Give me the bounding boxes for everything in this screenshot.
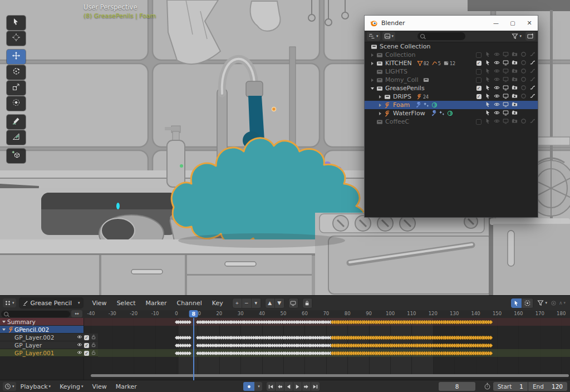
hide-channel-icon[interactable] [77, 334, 82, 341]
disable-render-icon[interactable] [512, 51, 518, 59]
hide-viewport-icon[interactable] [494, 60, 500, 67]
right-cabinet[interactable] [489, 214, 570, 295]
jump-to-start-button[interactable] [267, 382, 275, 391]
frame-start-field[interactable]: Start1 [493, 382, 528, 391]
filter-id-type-dropdown[interactable]: ▾ [382, 32, 396, 41]
keyframe-options-dropdown[interactable]: ▾ [252, 298, 261, 308]
disable-render-icon[interactable] [512, 60, 518, 67]
exclude-checkbox[interactable] [476, 77, 481, 83]
disable-viewport-icon[interactable] [503, 85, 509, 92]
dope-sheet-body[interactable]: SummaryGPencil.002GP_Layer.002✓GP_Layer✓… [0, 318, 570, 380]
outliner-row-drips[interactable]: DRIPS24✓ [365, 92, 538, 101]
indirect-only-icon[interactable] [529, 85, 535, 92]
disable-render-icon[interactable] [512, 93, 518, 101]
disable-render-icon[interactable] [512, 85, 518, 92]
keying-set-dropdown[interactable]: ▾ [254, 382, 262, 391]
next-keyframe-button[interactable] [302, 382, 311, 391]
only-selected-toggle[interactable] [511, 298, 522, 308]
dopesheet-filter-dropdown[interactable]: ▾ [535, 298, 549, 307]
selectable-icon[interactable] [485, 76, 491, 84]
timeline-editor-dropdown[interactable]: ▾ [3, 382, 16, 391]
window-titlebar[interactable]: Blender — ▢ ✕ [365, 16, 538, 31]
expand-icon[interactable] [369, 62, 376, 65]
disable-render-icon[interactable] [512, 110, 518, 117]
selectable-icon[interactable] [485, 51, 491, 59]
play-button[interactable] [293, 382, 302, 391]
channel-summary[interactable]: Summary [0, 318, 83, 326]
holdout-icon[interactable] [520, 118, 527, 126]
disable-viewport-icon[interactable] [503, 51, 509, 59]
menu-select[interactable]: Select [112, 300, 141, 307]
collapse-icon[interactable] [369, 87, 376, 90]
lock-channel-icon[interactable] [91, 350, 96, 356]
outliner-row-kitchen[interactable]: KITCHEN82512✓ [365, 59, 538, 67]
disable-viewport-icon[interactable] [503, 60, 509, 67]
selectable-icon[interactable] [485, 118, 491, 126]
scale-tool-button[interactable] [7, 81, 26, 95]
indirect-only-icon[interactable] [529, 51, 535, 59]
hide-viewport-icon[interactable] [494, 118, 500, 126]
stove[interactable] [315, 213, 493, 295]
holdout-icon[interactable] [520, 93, 527, 101]
outliner-search-input[interactable] [417, 32, 465, 40]
channel-gpencil-002[interactable]: GPencil.002 [0, 326, 83, 334]
disable-render-icon[interactable] [512, 76, 518, 84]
lock-channel-icon[interactable] [91, 334, 96, 341]
current-frame-field[interactable]: 8 [439, 382, 475, 391]
playhead-frame-label[interactable]: 8 [189, 310, 198, 317]
disable-viewport-icon[interactable] [503, 68, 509, 76]
selectable-icon[interactable] [485, 85, 491, 92]
holdout-icon[interactable] [520, 68, 527, 76]
hide-channel-icon[interactable] [77, 342, 82, 349]
indirect-only-icon[interactable] [529, 118, 535, 126]
close-button[interactable]: ✕ [521, 16, 538, 31]
filter-dropdown[interactable]: ▾ [510, 32, 523, 41]
indirect-only-icon[interactable] [529, 68, 535, 76]
timeline-ruler[interactable]: ↔ 8 -40-30-20-10010203040506070809010011… [0, 310, 570, 318]
menu-channel[interactable]: Channel [172, 300, 207, 307]
channel-enable-checkbox[interactable]: ✓ [84, 351, 89, 356]
hide-viewport-icon[interactable] [494, 93, 500, 101]
channel-gp-layer-002[interactable]: GP_Layer.002✓ [0, 334, 98, 341]
hide-viewport-icon[interactable] [494, 110, 500, 117]
exclude-checkbox[interactable] [476, 69, 481, 75]
outliner-row-waterflow[interactable]: WaterFlow [365, 109, 538, 117]
outliner-row-coffeec[interactable]: CoffeeC [365, 117, 538, 126]
rotate-tool-button[interactable] [7, 65, 26, 80]
disable-viewport-icon[interactable] [503, 93, 509, 101]
menu-marker[interactable]: Marker [141, 300, 172, 307]
new-collection-button[interactable] [525, 32, 535, 41]
lock-channel-icon[interactable] [91, 342, 96, 349]
exclude-checkbox[interactable]: ✓ [476, 94, 481, 99]
expand-icon[interactable] [369, 53, 376, 57]
hide-viewport-icon[interactable] [494, 76, 500, 84]
expand-icon[interactable] [377, 95, 384, 99]
keyframe[interactable] [489, 335, 493, 339]
indirect-only-icon[interactable] [529, 76, 535, 84]
channel-gp-layer[interactable]: GP_Layer✓ [0, 341, 98, 349]
disable-viewport-icon[interactable] [503, 101, 509, 109]
annotate-tool-button[interactable] [7, 115, 26, 129]
disable-render-icon[interactable] [512, 118, 518, 126]
display-toggle-button[interactable] [289, 298, 298, 308]
hide-channel-icon[interactable] [77, 350, 82, 356]
3d-viewport[interactable]: User Perspective (8) GreasePenils | Foam… [0, 0, 570, 295]
hide-viewport-icon[interactable] [494, 51, 500, 59]
expand-icon[interactable] [377, 104, 384, 107]
exclude-checkbox[interactable]: ✓ [476, 61, 481, 66]
cursor-tool-button[interactable] [7, 31, 26, 46]
menu-key[interactable]: Key [207, 300, 228, 307]
outliner-row-collection[interactable]: Collection [365, 51, 538, 59]
use-preview-range-icon[interactable] [484, 381, 491, 392]
menu-view[interactable]: View [88, 383, 111, 390]
disable-render-icon[interactable] [512, 101, 518, 109]
mode-dropdown[interactable]: Grease Pencil▾ [19, 298, 83, 308]
auto-keying-toggle[interactable] [243, 382, 254, 391]
outliner-row-scene-collection[interactable]: Scene Collection [365, 42, 538, 51]
show-hidden-toggle[interactable] [522, 298, 533, 308]
outliner-row-momy-coll[interactable]: Momy_Coll [365, 76, 538, 84]
proportional-edit-toggle[interactable] [549, 298, 558, 308]
add-cube-tool-button[interactable] [7, 149, 26, 163]
menu-playback[interactable]: Playback▾ [16, 383, 56, 390]
playhead[interactable] [193, 318, 194, 380]
